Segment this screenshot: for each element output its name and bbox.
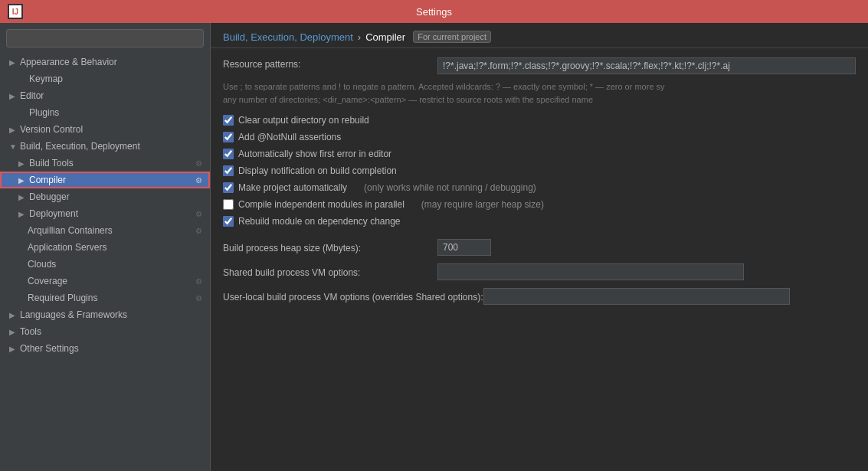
- main-layout: Appearance & Behavior Keymap Editor Plug…: [0, 23, 868, 471]
- sidebar-item-label: Languages & Frameworks: [20, 309, 204, 320]
- sidebar-item-build-tools[interactable]: Build Tools ⚙: [0, 155, 210, 172]
- sidebar-item-coverage[interactable]: Coverage ⚙: [0, 273, 210, 289]
- hint-line1: Use ; to separate patterns and ! to nega…: [223, 80, 856, 93]
- sidebar-item-required-plugins[interactable]: Required Plugins ⚙: [0, 289, 210, 306]
- hint-text: Use ; to separate patterns and ! to nega…: [223, 80, 856, 106]
- shared-vm-input[interactable]: [437, 263, 744, 280]
- sidebar-item-label: Version Control: [20, 124, 204, 135]
- add-notnull-checkbox[interactable]: [223, 132, 234, 142]
- arrow-icon: [9, 92, 20, 100]
- compile-parallel-label[interactable]: Compile independent modules in parallel: [238, 199, 405, 210]
- checkbox-display-notification: Display notification on build completion: [223, 165, 856, 176]
- compile-parallel-checkbox[interactable]: [223, 199, 234, 210]
- compile-parallel-note: (may require larger heap size): [421, 199, 544, 210]
- sidebar-item-appearance[interactable]: Appearance & Behavior: [0, 54, 210, 70]
- sidebar-item-build-execution[interactable]: Build, Execution, Deployment: [0, 138, 210, 155]
- project-badge: For current project: [413, 31, 491, 43]
- clear-output-checkbox[interactable]: [223, 115, 234, 126]
- shared-vm-row: Shared build process VM options:: [223, 263, 856, 280]
- sidebar-item-deployment[interactable]: Deployment ⚙: [0, 205, 210, 222]
- heap-size-label: Build process heap size (Mbytes):: [223, 241, 437, 253]
- settings-icon: ⚙: [193, 208, 204, 219]
- sidebar-item-label: Coverage: [28, 276, 193, 286]
- search-input[interactable]: [6, 29, 204, 47]
- hint-line2: any number of directories; <dir_name>:<p…: [223, 93, 856, 106]
- sidebar-item-languages[interactable]: Languages & Frameworks: [0, 306, 210, 323]
- rebuild-on-change-checkbox[interactable]: [223, 216, 234, 227]
- resource-patterns-input[interactable]: [437, 57, 856, 74]
- sidebar-item-debugger[interactable]: Debugger: [0, 188, 210, 205]
- settings-icon: ⚙: [193, 175, 204, 185]
- auto-show-error-checkbox[interactable]: [223, 149, 234, 159]
- heap-size-input[interactable]: [437, 239, 491, 256]
- resource-patterns-value: [437, 57, 856, 74]
- sidebar-item-label: Appearance & Behavior: [20, 57, 204, 67]
- shared-vm-label: Shared build process VM options:: [223, 266, 437, 278]
- arrow-icon: [9, 311, 20, 319]
- sidebar-item-keymap[interactable]: Keymap: [0, 70, 210, 87]
- sidebar-item-label: Other Settings: [20, 343, 204, 354]
- user-local-vm-label: User-local build process VM options (ove…: [223, 290, 483, 303]
- rebuild-on-change-label[interactable]: Rebuild module on dependency change: [238, 216, 401, 227]
- content-header: Build, Execution, Deployment › Compiler …: [211, 23, 868, 48]
- sidebar-item-label: Editor: [20, 90, 204, 101]
- arrow-icon: [18, 159, 29, 168]
- display-notification-checkbox[interactable]: [223, 165, 234, 176]
- auto-show-error-label[interactable]: Automatically show first error in editor: [238, 149, 391, 159]
- sidebar-item-label: Plugins: [29, 107, 204, 118]
- sidebar-item-app-servers[interactable]: Application Servers: [0, 239, 210, 256]
- window-title: Settings: [416, 6, 452, 18]
- sidebar-item-label: Required Plugins: [28, 293, 193, 303]
- arrow-icon: [18, 176, 29, 185]
- sidebar-item-clouds[interactable]: Clouds: [0, 256, 210, 273]
- current-page-title: Compiler: [365, 31, 405, 43]
- checkbox-rebuild-on-change: Rebuild module on dependency change: [223, 216, 856, 227]
- sidebar-item-label: Build Tools: [29, 158, 193, 168]
- sidebar-item-label: Build, Execution, Deployment: [20, 141, 204, 152]
- settings-icon: ⚙: [193, 158, 204, 168]
- arrow-icon: [9, 126, 20, 134]
- sidebar-item-label: Compiler: [29, 175, 193, 185]
- checkbox-auto-show-error: Automatically show first error in editor: [223, 149, 856, 159]
- display-notification-label[interactable]: Display notification on build completion: [238, 165, 397, 176]
- sidebar-item-label: Deployment: [29, 208, 193, 219]
- sidebar-item-version-control[interactable]: Version Control: [0, 121, 210, 138]
- sidebar-item-other-settings[interactable]: Other Settings: [0, 340, 210, 357]
- sidebar-item-label: Tools: [20, 326, 204, 337]
- content-body: Resource patterns: Use ; to separate pat…: [211, 48, 868, 471]
- sidebar-item-arquillian[interactable]: Arquillian Containers ⚙: [0, 222, 210, 239]
- resource-patterns-label: Resource patterns:: [223, 57, 437, 70]
- arrow-icon: [9, 142, 20, 151]
- arrow-icon: [18, 210, 29, 218]
- user-local-vm-row: User-local build process VM options (ove…: [223, 288, 856, 305]
- make-project-auto-checkbox[interactable]: [223, 182, 234, 193]
- sidebar-item-plugins[interactable]: Plugins: [0, 104, 210, 121]
- sidebar-item-editor[interactable]: Editor: [0, 87, 210, 104]
- checkbox-clear-output: Clear output directory on rebuild: [223, 115, 856, 126]
- sidebar-item-tools[interactable]: Tools: [0, 323, 210, 340]
- settings-icon: ⚙: [193, 276, 204, 286]
- clear-output-label[interactable]: Clear output directory on rebuild: [238, 115, 369, 126]
- user-local-vm-input[interactable]: [483, 288, 790, 305]
- title-bar: IJ Settings: [0, 0, 868, 23]
- breadcrumb-separator: ›: [358, 31, 361, 43]
- sidebar-item-label: Application Servers: [28, 242, 204, 253]
- sidebar-item-label: Clouds: [28, 259, 204, 270]
- sidebar-item-compiler[interactable]: Compiler ⚙: [0, 172, 210, 188]
- breadcrumb-link[interactable]: Build, Execution, Deployment: [223, 31, 353, 43]
- sidebar-item-label: Keymap: [29, 74, 204, 84]
- make-project-auto-label[interactable]: Make project automatically: [238, 182, 347, 193]
- sidebar-item-label: Debugger: [29, 191, 204, 202]
- add-notnull-label[interactable]: Add @NotNull assertions: [238, 132, 341, 142]
- checkbox-compile-parallel: Compile independent modules in parallel …: [223, 199, 856, 210]
- sidebar-item-label: Arquillian Containers: [28, 225, 193, 236]
- checkbox-add-notnull: Add @NotNull assertions: [223, 132, 856, 142]
- settings-icon: ⚙: [193, 293, 204, 303]
- arrow-icon: [9, 345, 20, 353]
- sidebar: Appearance & Behavior Keymap Editor Plug…: [0, 23, 211, 471]
- arrow-icon: [9, 58, 20, 67]
- content-panel: Build, Execution, Deployment › Compiler …: [211, 23, 868, 471]
- heap-size-row: Build process heap size (Mbytes):: [223, 239, 856, 256]
- arrow-icon: [18, 193, 29, 201]
- app-icon: IJ: [8, 4, 23, 19]
